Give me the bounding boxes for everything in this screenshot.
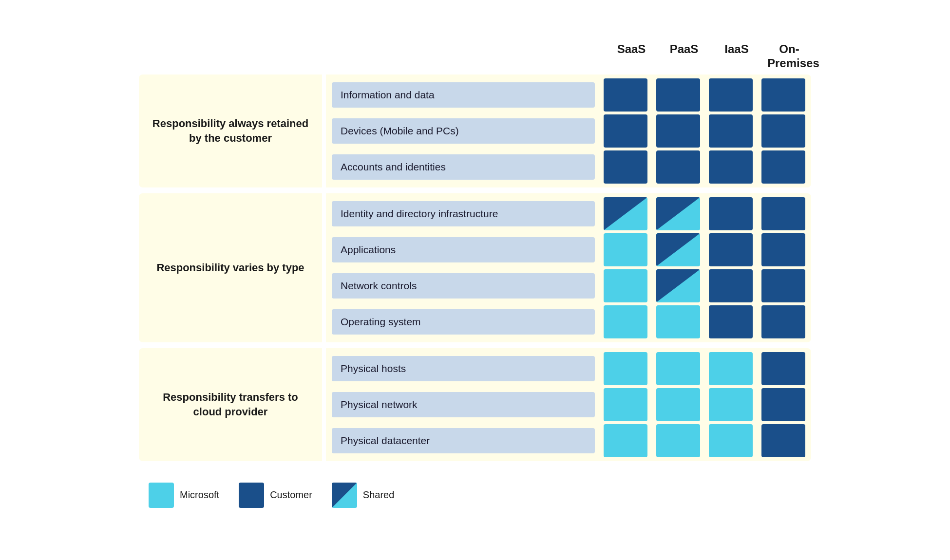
table-row: Accounts and identities [332, 150, 805, 184]
section-label-transfers-to-provider: Responsibility transfers to cloud provid… [139, 348, 322, 461]
cell-iaas [709, 388, 753, 421]
cell-iaas [709, 269, 753, 302]
header-onprem: On-Premises [767, 42, 811, 71]
section-varies-by-type: Responsibility varies by typeIdentity an… [139, 193, 811, 342]
section-transfers-to-provider: Responsibility transfers to cloud provid… [139, 348, 811, 461]
cell-paas [656, 388, 700, 421]
cell-paas [656, 197, 700, 230]
cell-saas [604, 78, 647, 112]
cell-onprem [761, 269, 805, 302]
table-row: Devices (Mobile and PCs) [332, 114, 805, 148]
cell-saas [604, 388, 647, 421]
cell-saas [604, 305, 647, 338]
cell-saas [604, 424, 647, 457]
table-row: Network controls [332, 269, 805, 302]
legend-microsoft-label: Microsoft [180, 489, 219, 501]
cell-onprem [761, 114, 805, 148]
legend-customer-label: Customer [270, 489, 312, 501]
table-row: Applications [332, 233, 805, 266]
section-label-varies-by-type: Responsibility varies by type [139, 193, 322, 342]
legend-shared-box [332, 483, 357, 508]
cell-onprem [761, 424, 805, 457]
header-row: SaaS PaaS IaaS On-Premises [139, 42, 811, 71]
cell-saas [604, 352, 647, 385]
header-iaas: IaaS [715, 42, 759, 71]
row-label: Physical hosts [332, 356, 595, 381]
main-container: SaaS PaaS IaaS On-Premises Responsibilit… [110, 23, 840, 537]
cell-onprem [761, 150, 805, 184]
cell-saas [604, 233, 647, 266]
column-headers: SaaS PaaS IaaS On-Premises [609, 42, 811, 71]
responsibility-table: Responsibility always retained by the cu… [139, 75, 811, 467]
cell-onprem [761, 197, 805, 230]
cell-paas [656, 352, 700, 385]
row-label: Applications [332, 237, 595, 262]
cell-paas [656, 233, 700, 266]
cell-iaas [709, 150, 753, 184]
row-label: Identity and directory infrastructure [332, 201, 595, 226]
row-label: Accounts and identities [332, 154, 595, 180]
cell-paas [656, 424, 700, 457]
row-label: Devices (Mobile and PCs) [332, 118, 595, 144]
row-cells [604, 424, 805, 457]
cell-saas [604, 269, 647, 302]
cell-onprem [761, 388, 805, 421]
row-cells [604, 305, 805, 338]
legend-shared: Shared [332, 483, 395, 508]
row-cells [604, 269, 805, 302]
row-cells [604, 352, 805, 385]
cell-paas [656, 269, 700, 302]
cell-onprem [761, 305, 805, 338]
cell-paas [656, 150, 700, 184]
cell-onprem [761, 78, 805, 112]
cell-onprem [761, 233, 805, 266]
section-rows-transfers-to-provider: Physical hostsPhysical networkPhysical d… [326, 348, 811, 461]
cell-iaas [709, 114, 753, 148]
header-saas: SaaS [609, 42, 653, 71]
row-cells [604, 197, 805, 230]
section-rows-varies-by-type: Identity and directory infrastructureApp… [326, 193, 811, 342]
cell-saas [604, 197, 647, 230]
cell-iaas [709, 424, 753, 457]
row-label: Network controls [332, 273, 595, 299]
cell-onprem [761, 352, 805, 385]
section-label-text: Responsibility transfers to cloud provid… [151, 390, 310, 419]
row-label: Physical datacenter [332, 428, 595, 453]
section-label-text: Responsibility always retained by the cu… [151, 116, 310, 145]
table-row: Information and data [332, 78, 805, 112]
row-cells [604, 78, 805, 112]
cell-paas [656, 114, 700, 148]
row-cells [604, 114, 805, 148]
cell-iaas [709, 352, 753, 385]
cell-paas [656, 78, 700, 112]
row-label: Information and data [332, 82, 595, 108]
row-cells [604, 233, 805, 266]
section-label-text: Responsibility varies by type [156, 261, 304, 275]
cell-saas [604, 150, 647, 184]
table-row: Physical hosts [332, 352, 805, 385]
legend-shared-label: Shared [363, 489, 395, 501]
cell-iaas [709, 305, 753, 338]
cell-iaas [709, 78, 753, 112]
table-row: Operating system [332, 305, 805, 338]
legend-microsoft: Microsoft [149, 483, 219, 508]
row-cells [604, 388, 805, 421]
section-rows-always-customer: Information and dataDevices (Mobile and … [326, 75, 811, 187]
row-label: Operating system [332, 309, 595, 335]
table-row: Identity and directory infrastructure [332, 197, 805, 230]
cell-paas [656, 305, 700, 338]
table-row: Physical network [332, 388, 805, 421]
legend-microsoft-box [149, 483, 174, 508]
row-label: Physical network [332, 392, 595, 417]
section-always-customer: Responsibility always retained by the cu… [139, 75, 811, 187]
cell-iaas [709, 197, 753, 230]
header-paas: PaaS [662, 42, 706, 71]
section-label-always-customer: Responsibility always retained by the cu… [139, 75, 322, 187]
table-row: Physical datacenter [332, 424, 805, 457]
legend: Microsoft Customer Shared [139, 483, 811, 508]
cell-iaas [709, 233, 753, 266]
cell-saas [604, 114, 647, 148]
legend-customer: Customer [239, 483, 312, 508]
legend-customer-box [239, 483, 264, 508]
row-cells [604, 150, 805, 184]
